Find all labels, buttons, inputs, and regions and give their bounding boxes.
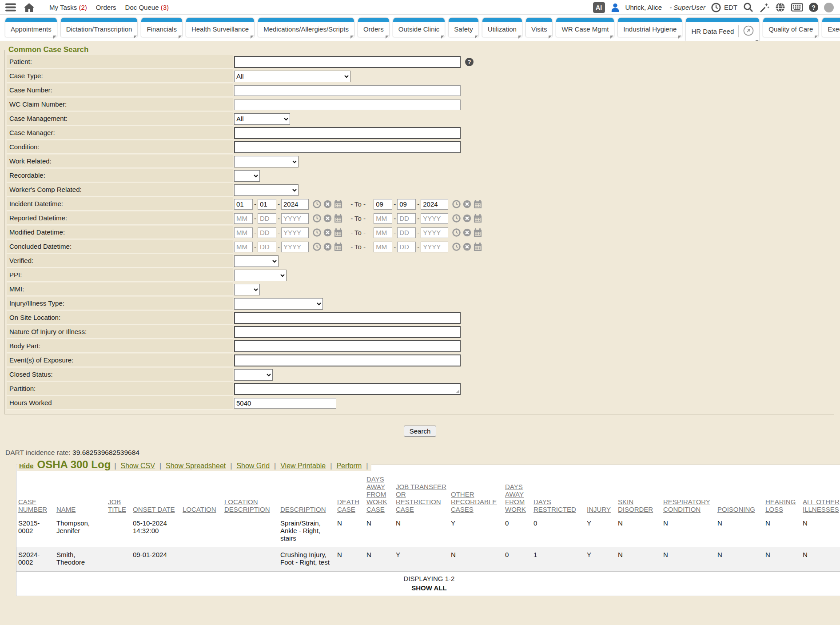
col-header-skin-disorder[interactable]: SKIN DISORDER (616, 471, 661, 516)
case-management-select[interactable]: All (234, 113, 290, 125)
event-s-of-exposure-input[interactable] (234, 354, 461, 366)
status-dot[interactable] (824, 3, 834, 12)
calendar-icon[interactable] (474, 200, 482, 208)
top-nav-orders[interactable]: Orders (96, 4, 116, 11)
clear-icon[interactable] (323, 228, 332, 237)
nature-of-injury-or-illness-input[interactable] (234, 326, 461, 338)
modified-datetime-from-yyyy-input[interactable] (281, 227, 309, 238)
mmi-select[interactable] (234, 284, 260, 295)
tab-health-surveillance[interactable]: Health Surveillance (186, 18, 254, 37)
hours-worked-input[interactable] (234, 398, 336, 409)
top-nav-my-tasks[interactable]: My Tasks (2) (49, 4, 87, 11)
condition-input[interactable] (234, 141, 461, 153)
verified-select[interactable] (234, 255, 279, 267)
tab-quality-of-care[interactable]: Quality of Care (763, 18, 818, 37)
clock-sm-icon[interactable] (452, 214, 461, 223)
tab-hr-data-feed[interactable]: HR Data Feed (686, 18, 759, 41)
col-header-location[interactable]: LOCATION (181, 471, 223, 516)
help-icon[interactable]: ? (809, 3, 818, 12)
calendar-icon[interactable] (474, 214, 482, 223)
calendar-icon[interactable] (334, 228, 342, 237)
keyboard-icon[interactable] (791, 3, 803, 12)
calendar-icon[interactable] (334, 214, 342, 223)
clear-icon[interactable] (463, 243, 471, 251)
reported-datetime-from-dd-input[interactable] (258, 213, 276, 224)
clock-sm-icon[interactable] (313, 200, 321, 208)
tab-outside-clinic[interactable]: Outside Clinic (393, 18, 445, 37)
concluded-datetime-to-dd-input[interactable] (397, 242, 416, 252)
resize-grip-icon[interactable] (456, 390, 459, 393)
clock-sm-icon[interactable] (452, 228, 461, 237)
calendar-icon[interactable] (334, 200, 342, 208)
show-csv-link[interactable]: Show CSV (120, 462, 155, 470)
reported-datetime-to-mm-input[interactable] (374, 213, 392, 224)
case-type-select[interactable]: All (234, 71, 350, 82)
col-header-job-title[interactable]: JOB TITLE (106, 471, 131, 516)
on-site-location-input[interactable] (234, 312, 461, 324)
tab-industrial-hygiene[interactable]: Industrial Hygiene (618, 18, 682, 37)
col-header-onset-date[interactable]: ONSET DATE (131, 471, 181, 516)
tab-utilization[interactable]: Utilization (482, 18, 522, 37)
ppi-select[interactable] (234, 270, 287, 281)
incident-datetime-from-dd-input[interactable] (258, 199, 276, 210)
work-related-select[interactable] (234, 156, 299, 167)
closed-status-select[interactable] (234, 369, 273, 381)
tab-medications-allergies-scripts[interactable]: Medications/Allergies/Scripts (258, 18, 354, 37)
col-header-days-restricted[interactable]: DAYS RESTRICTED (532, 471, 585, 516)
help-icon[interactable]: ? (465, 58, 474, 66)
clear-icon[interactable] (323, 214, 332, 223)
show-all-link[interactable]: SHOW ALL (16, 584, 840, 592)
globe-icon[interactable] (775, 2, 785, 12)
modified-datetime-from-dd-input[interactable] (258, 227, 276, 238)
case-manager-input[interactable] (234, 127, 461, 139)
incident-datetime-to-mm-input[interactable] (374, 199, 392, 210)
reported-datetime-to-dd-input[interactable] (397, 213, 416, 224)
tab-wr-case-mgmt[interactable]: WR Case Mgmt (556, 18, 614, 37)
clock-sm-icon[interactable] (452, 243, 461, 251)
clear-icon[interactable] (463, 228, 471, 237)
user-name[interactable]: Uhrick, Alice (625, 4, 662, 11)
show-grid-link[interactable]: Show Grid (236, 462, 270, 470)
clear-icon[interactable] (463, 200, 471, 208)
injury-illness-type-select[interactable] (234, 298, 323, 310)
tab-dictation-transcription[interactable]: Dictation/Transcription (61, 18, 138, 37)
incident-datetime-to-dd-input[interactable] (397, 199, 416, 210)
incident-datetime-from-yyyy-input[interactable] (281, 199, 309, 210)
concluded-datetime-from-yyyy-input[interactable] (281, 242, 309, 252)
tab-financials[interactable]: Financials (141, 18, 182, 37)
wand-icon[interactable] (759, 2, 769, 12)
wc-claim-number-input[interactable] (234, 100, 461, 110)
clear-icon[interactable] (323, 243, 332, 251)
reported-datetime-to-yyyy-input[interactable] (421, 213, 448, 224)
col-header-case-number[interactable]: CASE NUMBER (16, 471, 55, 516)
table-row[interactable]: S2024-0002Smith, Theodore09-01-2024Crush… (16, 547, 840, 571)
col-header-days-away-from-work[interactable]: DAYS AWAY FROM WORK (503, 471, 532, 516)
col-header-days-away-from-work-case[interactable]: DAYS AWAY FROM WORK CASE (365, 471, 394, 516)
col-header-location-description[interactable]: LOCATION DESCRIPTION (223, 471, 279, 516)
concluded-datetime-to-mm-input[interactable] (374, 242, 392, 252)
calendar-icon[interactable] (474, 228, 482, 237)
tab-safety[interactable]: Safety (449, 18, 478, 37)
col-header-all-other-illnesses[interactable]: ALL OTHER ILLNESSES (801, 471, 840, 516)
col-header-injury[interactable]: INJURY (585, 471, 616, 516)
tab-visits[interactable]: Visits (526, 18, 553, 37)
calendar-icon[interactable] (334, 243, 342, 251)
body-part-input[interactable] (234, 340, 461, 352)
concluded-datetime-from-mm-input[interactable] (234, 242, 253, 252)
hamburger-icon[interactable] (5, 3, 16, 12)
perform-link[interactable]: Perform (336, 462, 362, 470)
clock-sm-icon[interactable] (452, 200, 461, 208)
table-row[interactable]: S2015-0002Thompson, Jennifer05-10-2024 1… (16, 516, 840, 547)
col-header-poisoning[interactable]: POISONING (716, 471, 764, 516)
col-header-respiratory-condition[interactable]: RESPIRATORY CONDITION (661, 471, 716, 516)
col-header-death-case[interactable]: DEATH CASE (335, 471, 365, 516)
incident-datetime-from-mm-input[interactable] (234, 199, 253, 210)
clear-icon[interactable] (463, 214, 471, 223)
tab-orders[interactable]: Orders (358, 18, 389, 37)
tab-appointments[interactable]: Appointments (5, 18, 57, 37)
partition-input[interactable] (234, 383, 461, 395)
worker-s-comp-related-select[interactable] (234, 184, 299, 196)
modified-datetime-from-mm-input[interactable] (234, 227, 253, 238)
modified-datetime-to-mm-input[interactable] (374, 227, 392, 238)
reported-datetime-from-yyyy-input[interactable] (281, 213, 309, 224)
